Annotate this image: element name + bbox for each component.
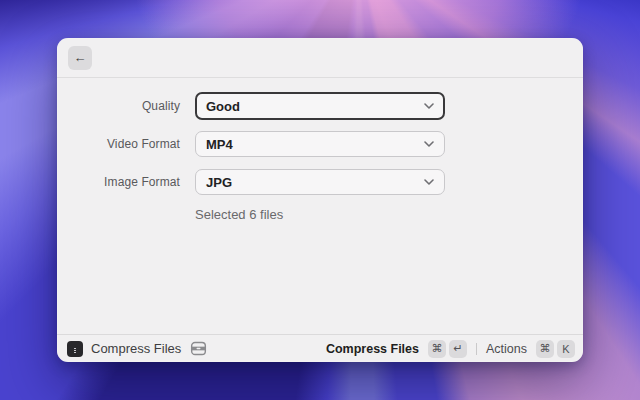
form-row-video-format: Video Format MP4 xyxy=(57,131,583,157)
video-format-label: Video Format xyxy=(57,137,195,151)
image-format-value: JPG xyxy=(206,175,232,190)
selected-files-status: Selected 6 files xyxy=(195,207,583,222)
video-format-dropdown[interactable]: MP4 xyxy=(195,131,445,157)
quality-label: Quality xyxy=(57,99,195,113)
image-format-label: Image Format xyxy=(57,175,195,189)
primary-action-label: Compress Files xyxy=(326,342,419,356)
compress-files-action-button[interactable]: Compress Files ⌘ ↵ xyxy=(326,340,467,358)
footer-app-name: Compress Files xyxy=(91,341,181,356)
video-format-value: MP4 xyxy=(206,137,233,152)
quality-value: Good xyxy=(206,99,240,114)
footer-shortcut-divider xyxy=(476,343,477,355)
compress-files-app-icon xyxy=(67,341,83,357)
compress-files-window: ← Quality Good Video Format MP4 Image Fo… xyxy=(57,38,583,362)
form-row-image-format: Image Format JPG xyxy=(57,169,583,195)
window-footer: Compress Files Compress Files ⌘ ↵ Action… xyxy=(57,334,583,362)
form-row-quality: Quality Good xyxy=(57,93,583,119)
actions-menu-button[interactable]: Actions ⌘ K xyxy=(486,340,575,358)
back-button[interactable]: ← xyxy=(68,46,92,70)
chevron-down-icon xyxy=(424,179,434,185)
return-key-icon: ↵ xyxy=(449,340,467,358)
quality-dropdown[interactable]: Good xyxy=(195,92,445,120)
k-key-icon: K xyxy=(557,340,575,358)
archive-box-icon xyxy=(190,341,207,356)
actions-label: Actions xyxy=(486,342,527,356)
command-key-icon: ⌘ xyxy=(536,340,554,358)
image-format-dropdown[interactable]: JPG xyxy=(195,169,445,195)
command-key-icon: ⌘ xyxy=(428,340,446,358)
window-header: ← xyxy=(57,38,583,78)
footer-actions: Compress Files ⌘ ↵ Actions ⌘ K xyxy=(326,340,575,358)
chevron-down-icon xyxy=(424,141,434,147)
back-arrow-icon: ← xyxy=(74,50,87,65)
compression-form: Quality Good Video Format MP4 Image Form… xyxy=(57,78,583,222)
chevron-down-icon xyxy=(424,103,434,109)
